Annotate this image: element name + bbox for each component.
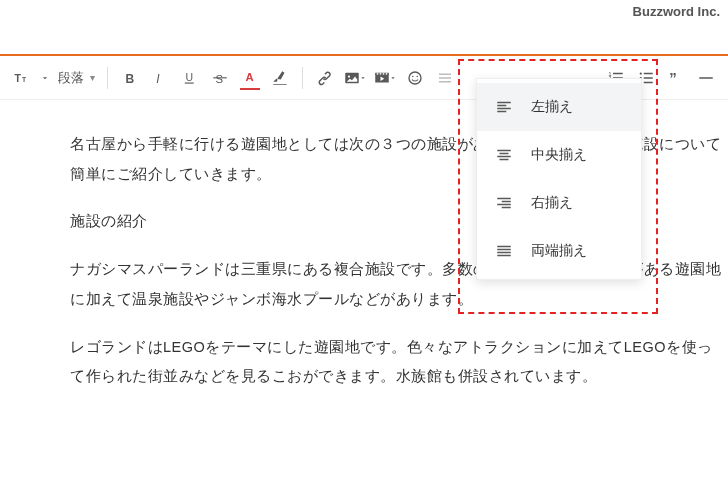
quote-button[interactable]: ” <box>662 64 690 92</box>
svg-rect-43 <box>497 156 511 158</box>
svg-rect-15 <box>383 73 385 75</box>
svg-point-19 <box>417 75 419 77</box>
highlight-button[interactable] <box>266 64 294 92</box>
paragraph: レゴランドはLEGOをテーマにした遊園地です。色々なアトラクションに加えてLEG… <box>70 333 728 392</box>
svg-text:U: U <box>186 71 194 83</box>
svg-rect-44 <box>500 159 509 161</box>
svg-rect-52 <box>497 255 511 257</box>
svg-rect-26 <box>613 72 623 74</box>
more-1[interactable] <box>431 64 459 92</box>
svg-text:A: A <box>246 71 254 83</box>
paragraph-select[interactable]: 段落 ▾ <box>54 69 99 87</box>
svg-rect-40 <box>497 111 506 113</box>
hr-button[interactable] <box>692 64 720 92</box>
align-item-label: 中央揃え <box>531 146 587 164</box>
svg-rect-42 <box>500 153 509 155</box>
svg-text:B: B <box>126 71 135 85</box>
paragraph-label: 段落 <box>58 69 84 87</box>
svg-rect-37 <box>497 102 511 104</box>
bold-button[interactable]: B <box>116 64 144 92</box>
svg-rect-13 <box>377 73 379 75</box>
svg-point-10 <box>348 75 350 77</box>
align-left-icon <box>495 98 513 116</box>
svg-rect-50 <box>497 249 511 251</box>
svg-rect-21 <box>439 77 451 79</box>
align-item-label: 右揃え <box>531 194 573 212</box>
svg-rect-20 <box>439 73 451 75</box>
svg-text:T: T <box>22 75 27 82</box>
italic-button[interactable]: I <box>146 64 174 92</box>
align-center-icon <box>495 146 513 164</box>
svg-rect-48 <box>502 207 511 209</box>
svg-rect-22 <box>439 81 451 83</box>
svg-rect-5 <box>185 82 194 83</box>
svg-rect-45 <box>497 198 511 200</box>
svg-rect-51 <box>497 252 511 254</box>
align-left-item[interactable]: 左揃え <box>477 83 641 131</box>
svg-point-17 <box>409 72 421 84</box>
svg-point-29 <box>640 72 642 74</box>
text-color-button[interactable]: A <box>236 64 264 92</box>
svg-rect-36 <box>699 77 713 79</box>
toolbar-separator <box>107 67 108 89</box>
align-item-label: 左揃え <box>531 98 573 116</box>
align-justify-icon <box>495 242 513 260</box>
svg-rect-41 <box>497 150 511 152</box>
svg-rect-47 <box>497 204 511 206</box>
page-header: Buzzword Inc. <box>0 0 728 56</box>
svg-text:I: I <box>156 71 160 85</box>
svg-rect-33 <box>644 77 653 79</box>
svg-rect-32 <box>644 72 653 74</box>
svg-text:”: ” <box>669 69 677 86</box>
underline-button[interactable]: U <box>176 64 204 92</box>
align-center-item[interactable]: 中央揃え <box>477 131 641 179</box>
svg-text:S: S <box>216 72 224 84</box>
align-right-item[interactable]: 右揃え <box>477 179 641 227</box>
strikethrough-button[interactable]: S <box>206 64 234 92</box>
alignment-menu: 左揃え 中央揃え 右揃え 両端揃え <box>476 78 642 280</box>
svg-rect-49 <box>497 246 511 248</box>
svg-rect-38 <box>497 105 506 107</box>
align-item-label: 両端揃え <box>531 242 587 260</box>
svg-rect-34 <box>644 81 653 83</box>
toolbar-separator <box>302 67 303 89</box>
svg-point-18 <box>412 75 414 77</box>
align-justify-item[interactable]: 両端揃え <box>477 227 641 275</box>
align-right-icon <box>495 194 513 212</box>
svg-rect-7 <box>213 77 227 78</box>
link-button[interactable] <box>311 64 339 92</box>
svg-text:T: T <box>15 71 22 83</box>
company-name: Buzzword Inc. <box>633 4 720 19</box>
chevron-down-icon: ▾ <box>90 72 95 83</box>
emoji-button[interactable] <box>401 64 429 92</box>
chevron-down-icon[interactable] <box>38 64 52 92</box>
svg-rect-14 <box>380 73 382 75</box>
svg-rect-46 <box>502 201 511 203</box>
svg-rect-39 <box>497 108 511 110</box>
image-button[interactable] <box>341 64 369 92</box>
text-size-button[interactable]: TT <box>8 64 36 92</box>
video-button[interactable] <box>371 64 399 92</box>
svg-rect-16 <box>386 73 388 75</box>
